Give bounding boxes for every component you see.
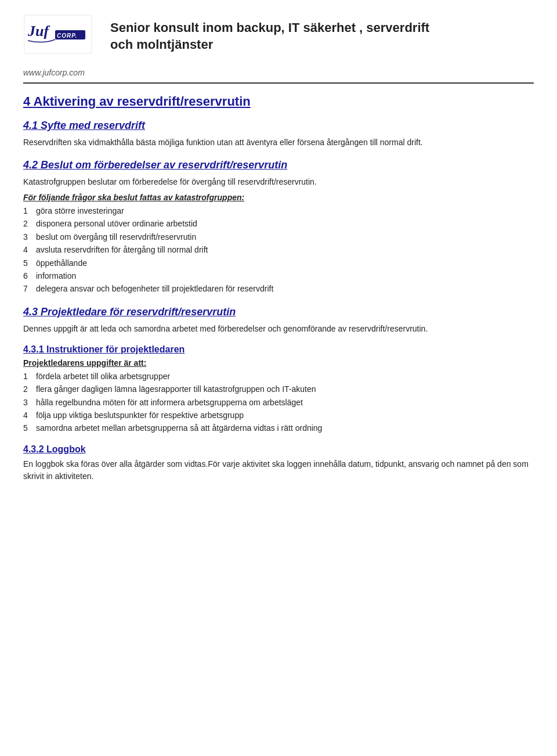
- svg-text:CORP.: CORP.: [57, 33, 77, 39]
- header: Juf CORP. Senior konsult inom backup, IT…: [23, 14, 534, 57]
- section-4-3-2: 4.3.2 Loggbok En loggbok ska föras över …: [23, 444, 534, 483]
- svg-text:Juf: Juf: [27, 23, 50, 39]
- list-item: 6information: [23, 269, 534, 282]
- list-item: 5samordna arbetet mellan arbetsgrupperna…: [23, 422, 534, 434]
- section-4-2-body: Katastrofgruppen beslutar om förberedels…: [23, 176, 534, 188]
- list-item: 4avsluta reservdriften för återgång till…: [23, 243, 534, 256]
- section-4-1: 4.1 Syfte med reservdrift Reservdriften …: [23, 120, 534, 149]
- section-4-3-body: Dennes uppgift är att leda och samordna …: [23, 323, 534, 335]
- section-4-1-heading: 4.1 Syfte med reservdrift: [23, 120, 534, 132]
- list-item: 3hålla regelbundna möten för att informe…: [23, 396, 534, 409]
- section-4-3-2-body: En loggbok ska föras över alla åtgärder …: [23, 458, 534, 483]
- logo-icon: Juf CORP.: [23, 14, 93, 55]
- section-4-3-heading: 4.3 Projektledare för reservdrift/reserv…: [23, 306, 534, 318]
- section-4-3-2-heading: 4.3.2 Loggbok: [23, 444, 534, 455]
- website-line: www.jufcorp.com: [23, 67, 534, 78]
- section-4-3-1: 4.3.1 Instruktioner för projektledaren P…: [23, 344, 534, 435]
- section-4-2-list-intro: För följande frågor ska beslut fattas av…: [23, 193, 534, 202]
- header-title-block: Senior konsult inom backup, IT säkerhet …: [110, 14, 534, 53]
- section-4-1-body: Reservdriften ska vidmakthålla bästa möj…: [23, 136, 534, 149]
- header-divider: [23, 82, 534, 84]
- section-4-2: 4.2 Beslut om förberedelser av reservdri…: [23, 159, 534, 296]
- list-item: 1fördela arbetet till olika arbetsgruppe…: [23, 370, 534, 383]
- section-4-2-heading: 4.2 Beslut om förberedelser av reservdri…: [23, 159, 534, 171]
- section-4-3-1-intro: Projektledarens uppgifter är att:: [23, 358, 534, 368]
- list-item: 5öppethållande: [23, 257, 534, 269]
- section-4-3-1-list: 1fördela arbetet till olika arbetsgruppe…: [23, 370, 534, 435]
- header-title: Senior konsult inom backup, IT säkerhet …: [110, 20, 534, 53]
- section-4-2-list: 1göra större investeringar 2disponera pe…: [23, 204, 534, 296]
- list-item: 3beslut om övergång till reservdrift/res…: [23, 231, 534, 243]
- list-item: 4följa upp viktiga beslutspunkter för re…: [23, 409, 534, 422]
- section-4-3: 4.3 Projektledare för reservdrift/reserv…: [23, 306, 534, 483]
- list-item: 2flera gånger dagligen lämna lägesrappor…: [23, 383, 534, 395]
- section-4: 4 Aktivering av reservdrift/reservrutin …: [23, 94, 534, 483]
- logo-area: Juf CORP.: [23, 14, 99, 57]
- website-url: www.jufcorp.com: [23, 68, 85, 77]
- section-4-3-1-heading: 4.3.1 Instruktioner för projektledaren: [23, 344, 534, 355]
- list-item: 7delegera ansvar och befogenheter till p…: [23, 282, 534, 295]
- section-4-heading: 4 Aktivering av reservdrift/reservrutin: [23, 94, 534, 109]
- list-item: 1göra större investeringar: [23, 204, 534, 217]
- list-item: 2disponera personal utöver ordinarie arb…: [23, 217, 534, 230]
